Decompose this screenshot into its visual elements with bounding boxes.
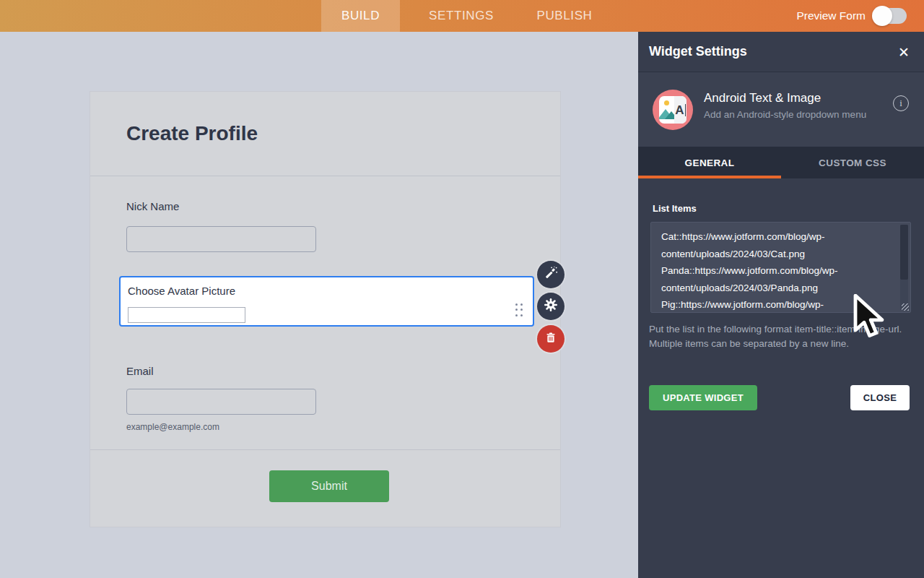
drag-handle-icon[interactable] xyxy=(514,302,524,318)
preview-form-toggle[interactable] xyxy=(873,8,907,24)
tab-general[interactable]: GENERAL xyxy=(638,147,781,178)
email-hint: example@example.com xyxy=(126,422,219,432)
form-builder-canvas: + ADD YOUR LOGO Create Profile Nick Name… xyxy=(0,32,638,578)
tab-custom-css[interactable]: CUSTOM CSS xyxy=(781,147,924,178)
email-input[interactable] xyxy=(126,389,316,415)
close-button[interactable]: CLOSE xyxy=(850,385,910,410)
email-label[interactable]: Email xyxy=(126,365,154,377)
textarea-scrollbar[interactable] xyxy=(900,225,908,310)
panel-tab-bar: GENERAL CUSTOM CSS xyxy=(638,147,924,178)
topbar-nav: BUILD SETTINGS PUBLISH xyxy=(321,0,608,32)
close-icon[interactable]: ✕ xyxy=(894,42,914,62)
form-card: Create Profile Nick Name Choose Avatar P… xyxy=(90,91,561,527)
avatar-field-selected[interactable]: Choose Avatar Picture xyxy=(119,276,534,327)
panel-header: Widget Settings ✕ xyxy=(638,32,924,72)
avatar-field-label[interactable]: Choose Avatar Picture xyxy=(128,285,235,297)
android-text-image-widget-icon: A xyxy=(653,90,693,130)
info-icon[interactable]: i xyxy=(893,95,909,111)
topbar: BUILD SETTINGS PUBLISH Preview Form xyxy=(0,0,924,32)
avatar-picker-input[interactable] xyxy=(128,307,245,323)
magic-wand-button[interactable] xyxy=(537,261,565,288)
preview-form-label: Preview Form xyxy=(796,9,866,22)
list-items-help-text: Put the list in the following format ite… xyxy=(649,322,912,351)
panel-title: Widget Settings xyxy=(649,44,747,59)
tab-publish[interactable]: PUBLISH xyxy=(521,0,608,32)
widget-settings-panel: Widget Settings ✕ A Android Text & Image… xyxy=(638,32,924,578)
list-items-label: List Items xyxy=(653,203,697,214)
list-item-line: content/uploads/2024/03/Cat.png xyxy=(661,246,892,263)
form-title[interactable]: Create Profile xyxy=(126,122,258,145)
delete-field-button[interactable] xyxy=(537,325,565,353)
tab-build[interactable]: BUILD xyxy=(321,0,400,32)
nick-name-label[interactable]: Nick Name xyxy=(126,200,179,212)
tab-settings[interactable]: SETTINGS xyxy=(419,0,504,32)
section-divider xyxy=(90,449,560,450)
widget-name: Android Text & Image xyxy=(704,91,821,105)
magic-wand-icon xyxy=(544,266,558,283)
field-settings-button[interactable] xyxy=(537,293,565,320)
list-items-textarea[interactable]: Cat::https://www.jotform.com/blog/wp- co… xyxy=(650,222,911,313)
list-item-line: content/uploads/2024/03/Panda.png xyxy=(661,280,892,297)
list-item-line: Cat::https://www.jotform.com/blog/wp- xyxy=(661,228,892,246)
trash-icon xyxy=(545,332,557,347)
section-divider xyxy=(90,176,560,176)
textarea-scrollbar-thumb[interactable] xyxy=(900,225,908,280)
toggle-knob[interactable] xyxy=(872,6,892,26)
textarea-resize-handle[interactable] xyxy=(902,303,909,311)
gear-icon xyxy=(544,298,558,315)
list-item-line: Pig::https://www.jotform.com/blog/wp- xyxy=(661,296,892,314)
nick-name-input[interactable] xyxy=(126,226,316,252)
update-widget-button[interactable]: UPDATE WIDGET xyxy=(649,385,757,410)
widget-info-row: A Android Text & Image Add an Android-st… xyxy=(638,72,924,147)
list-item-line: Panda::https://www.jotform.com/blog/wp- xyxy=(661,262,892,280)
submit-button[interactable]: Submit xyxy=(269,470,389,502)
widget-description: Add an Android-style dropdown menu xyxy=(704,109,866,120)
